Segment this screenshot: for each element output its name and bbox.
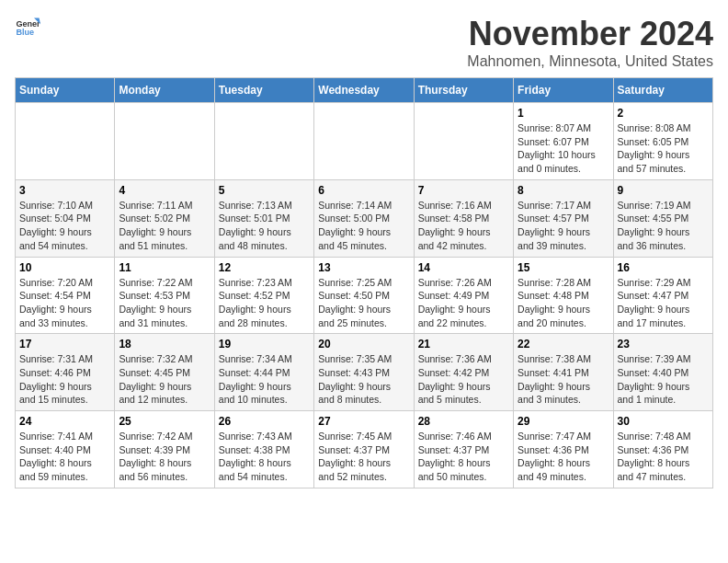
calendar-cell bbox=[115, 103, 214, 180]
day-number: 13 bbox=[318, 261, 409, 274]
calendar-cell bbox=[314, 103, 414, 180]
day-number: 28 bbox=[418, 415, 509, 428]
day-info: Sunrise: 7:11 AM Sunset: 5:02 PM Dayligh… bbox=[119, 199, 210, 253]
day-number: 8 bbox=[518, 184, 609, 197]
day-number: 30 bbox=[618, 415, 709, 428]
weekday-header-row: SundayMondayTuesdayWednesdayThursdayFrid… bbox=[16, 78, 713, 103]
day-number: 7 bbox=[418, 184, 509, 197]
day-number: 21 bbox=[418, 338, 509, 350]
calendar-cell: 9Sunrise: 7:19 AM Sunset: 4:55 PM Daylig… bbox=[613, 179, 712, 257]
day-info: Sunrise: 7:19 AM Sunset: 4:55 PM Dayligh… bbox=[618, 199, 709, 253]
day-info: Sunrise: 7:29 AM Sunset: 4:47 PM Dayligh… bbox=[618, 276, 709, 330]
day-number: 10 bbox=[19, 261, 110, 274]
day-number: 2 bbox=[618, 107, 709, 120]
day-info: Sunrise: 7:39 AM Sunset: 4:40 PM Dayligh… bbox=[618, 352, 709, 407]
calendar-cell: 2Sunrise: 8:08 AM Sunset: 6:05 PM Daylig… bbox=[613, 103, 712, 180]
day-number: 25 bbox=[119, 415, 210, 428]
calendar-body: 1Sunrise: 8:07 AM Sunset: 6:07 PM Daylig… bbox=[16, 103, 713, 488]
title-area: November 2024 Mahnomen, Minnesota, Unite… bbox=[467, 15, 713, 70]
calendar-cell bbox=[414, 103, 513, 180]
calendar-cell: 28Sunrise: 7:46 AM Sunset: 4:37 PM Dayli… bbox=[414, 411, 513, 488]
day-number: 4 bbox=[119, 184, 210, 197]
calendar-cell: 15Sunrise: 7:28 AM Sunset: 4:48 PM Dayli… bbox=[514, 257, 613, 334]
day-number: 3 bbox=[19, 184, 110, 197]
day-info: Sunrise: 7:22 AM Sunset: 4:53 PM Dayligh… bbox=[119, 276, 210, 330]
day-number: 19 bbox=[219, 338, 310, 350]
day-number: 5 bbox=[219, 184, 310, 197]
day-info: Sunrise: 7:35 AM Sunset: 4:43 PM Dayligh… bbox=[318, 352, 409, 407]
day-number: 24 bbox=[19, 415, 110, 428]
day-number: 18 bbox=[119, 338, 210, 350]
header: General Blue November 2024 Mahnomen, Min… bbox=[15, 15, 713, 70]
calendar-week-row: 1Sunrise: 8:07 AM Sunset: 6:07 PM Daylig… bbox=[16, 103, 713, 180]
calendar-cell: 17Sunrise: 7:31 AM Sunset: 4:46 PM Dayli… bbox=[16, 334, 115, 411]
day-info: Sunrise: 7:28 AM Sunset: 4:48 PM Dayligh… bbox=[518, 276, 609, 330]
calendar-cell: 12Sunrise: 7:23 AM Sunset: 4:52 PM Dayli… bbox=[214, 257, 313, 334]
day-number: 9 bbox=[618, 184, 709, 197]
calendar-cell: 21Sunrise: 7:36 AM Sunset: 4:42 PM Dayli… bbox=[414, 334, 513, 411]
day-number: 20 bbox=[318, 338, 409, 350]
day-info: Sunrise: 7:17 AM Sunset: 4:57 PM Dayligh… bbox=[518, 199, 609, 253]
calendar-cell: 29Sunrise: 7:47 AM Sunset: 4:36 PM Dayli… bbox=[514, 411, 613, 488]
day-info: Sunrise: 8:08 AM Sunset: 6:05 PM Dayligh… bbox=[618, 121, 709, 176]
day-info: Sunrise: 7:20 AM Sunset: 4:54 PM Dayligh… bbox=[19, 276, 110, 330]
day-info: Sunrise: 7:16 AM Sunset: 4:58 PM Dayligh… bbox=[418, 199, 509, 253]
weekday-header-cell: Friday bbox=[514, 78, 613, 103]
calendar-cell: 20Sunrise: 7:35 AM Sunset: 4:43 PM Dayli… bbox=[314, 334, 414, 411]
calendar-cell: 18Sunrise: 7:32 AM Sunset: 4:45 PM Dayli… bbox=[115, 334, 214, 411]
svg-text:Blue: Blue bbox=[16, 28, 34, 37]
day-info: Sunrise: 7:25 AM Sunset: 4:50 PM Dayligh… bbox=[318, 276, 409, 330]
calendar-cell: 23Sunrise: 7:39 AM Sunset: 4:40 PM Dayli… bbox=[613, 334, 712, 411]
day-number: 6 bbox=[318, 184, 409, 197]
day-info: Sunrise: 7:32 AM Sunset: 4:45 PM Dayligh… bbox=[119, 352, 210, 407]
calendar-cell: 27Sunrise: 7:45 AM Sunset: 4:37 PM Dayli… bbox=[314, 411, 414, 488]
day-number: 11 bbox=[119, 261, 210, 274]
day-info: Sunrise: 7:36 AM Sunset: 4:42 PM Dayligh… bbox=[418, 352, 509, 407]
day-number: 17 bbox=[19, 338, 110, 350]
weekday-header-cell: Wednesday bbox=[314, 78, 414, 103]
logo-icon: General Blue bbox=[15, 15, 40, 40]
calendar-cell: 7Sunrise: 7:16 AM Sunset: 4:58 PM Daylig… bbox=[414, 179, 513, 257]
weekday-header-cell: Tuesday bbox=[214, 78, 313, 103]
day-number: 16 bbox=[618, 261, 709, 274]
day-info: Sunrise: 7:48 AM Sunset: 4:36 PM Dayligh… bbox=[618, 430, 709, 484]
day-info: Sunrise: 7:38 AM Sunset: 4:41 PM Dayligh… bbox=[518, 352, 609, 407]
day-info: Sunrise: 7:45 AM Sunset: 4:37 PM Dayligh… bbox=[318, 430, 409, 484]
calendar-week-row: 17Sunrise: 7:31 AM Sunset: 4:46 PM Dayli… bbox=[16, 334, 713, 411]
calendar-week-row: 24Sunrise: 7:41 AM Sunset: 4:40 PM Dayli… bbox=[16, 411, 713, 488]
calendar-cell: 30Sunrise: 7:48 AM Sunset: 4:36 PM Dayli… bbox=[613, 411, 712, 488]
day-info: Sunrise: 7:41 AM Sunset: 4:40 PM Dayligh… bbox=[19, 430, 110, 484]
calendar-cell: 22Sunrise: 7:38 AM Sunset: 4:41 PM Dayli… bbox=[514, 334, 613, 411]
weekday-header-cell: Thursday bbox=[414, 78, 513, 103]
calendar-cell: 3Sunrise: 7:10 AM Sunset: 5:04 PM Daylig… bbox=[16, 179, 115, 257]
calendar-cell: 13Sunrise: 7:25 AM Sunset: 4:50 PM Dayli… bbox=[314, 257, 414, 334]
calendar-cell bbox=[214, 103, 313, 180]
weekday-header-cell: Saturday bbox=[613, 78, 712, 103]
day-info: Sunrise: 7:13 AM Sunset: 5:01 PM Dayligh… bbox=[219, 199, 310, 253]
calendar-week-row: 10Sunrise: 7:20 AM Sunset: 4:54 PM Dayli… bbox=[16, 257, 713, 334]
calendar-cell bbox=[16, 103, 115, 180]
calendar-cell: 11Sunrise: 7:22 AM Sunset: 4:53 PM Dayli… bbox=[115, 257, 214, 334]
day-number: 29 bbox=[518, 415, 609, 428]
calendar-cell: 1Sunrise: 8:07 AM Sunset: 6:07 PM Daylig… bbox=[514, 103, 613, 180]
calendar-cell: 6Sunrise: 7:14 AM Sunset: 5:00 PM Daylig… bbox=[314, 179, 414, 257]
day-number: 14 bbox=[418, 261, 509, 274]
calendar-cell: 14Sunrise: 7:26 AM Sunset: 4:49 PM Dayli… bbox=[414, 257, 513, 334]
month-title: November 2024 bbox=[467, 15, 713, 53]
day-info: Sunrise: 7:42 AM Sunset: 4:39 PM Dayligh… bbox=[119, 430, 210, 484]
calendar-cell: 26Sunrise: 7:43 AM Sunset: 4:38 PM Dayli… bbox=[214, 411, 313, 488]
day-number: 15 bbox=[518, 261, 609, 274]
calendar-cell: 19Sunrise: 7:34 AM Sunset: 4:44 PM Dayli… bbox=[214, 334, 313, 411]
day-info: Sunrise: 7:14 AM Sunset: 5:00 PM Dayligh… bbox=[318, 199, 409, 253]
day-info: Sunrise: 7:43 AM Sunset: 4:38 PM Dayligh… bbox=[219, 430, 310, 484]
weekday-header-cell: Sunday bbox=[16, 78, 115, 103]
calendar-cell: 24Sunrise: 7:41 AM Sunset: 4:40 PM Dayli… bbox=[16, 411, 115, 488]
day-info: Sunrise: 7:23 AM Sunset: 4:52 PM Dayligh… bbox=[219, 276, 310, 330]
day-info: Sunrise: 7:10 AM Sunset: 5:04 PM Dayligh… bbox=[19, 199, 110, 253]
day-info: Sunrise: 7:47 AM Sunset: 4:36 PM Dayligh… bbox=[518, 430, 609, 484]
day-number: 26 bbox=[219, 415, 310, 428]
weekday-header-cell: Monday bbox=[115, 78, 214, 103]
day-info: Sunrise: 7:31 AM Sunset: 4:46 PM Dayligh… bbox=[19, 352, 110, 407]
calendar-cell: 4Sunrise: 7:11 AM Sunset: 5:02 PM Daylig… bbox=[115, 179, 214, 257]
day-info: Sunrise: 7:46 AM Sunset: 4:37 PM Dayligh… bbox=[418, 430, 509, 484]
